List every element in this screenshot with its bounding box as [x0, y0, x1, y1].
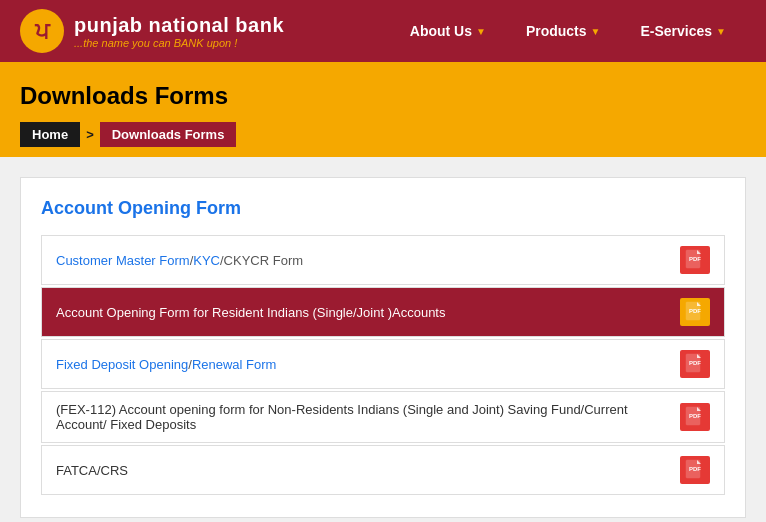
- form-row-active: Account Opening Form for Resident Indian…: [41, 287, 725, 337]
- form-label: Customer Master Form/KYC/CKYCR Form: [56, 253, 680, 268]
- breadcrumb-current[interactable]: Downloads Forms: [100, 122, 237, 147]
- chevron-down-icon: ▼: [476, 26, 486, 37]
- form-label: Fixed Deposit Opening/Renewal Form: [56, 357, 680, 372]
- svg-text:ਪ: ਪ: [34, 19, 51, 44]
- bank-name: punjab national bank: [74, 14, 284, 37]
- form-label: (FEX-112) Account opening form for Non-R…: [56, 402, 680, 432]
- form-row: (FEX-112) Account opening form for Non-R…: [41, 391, 725, 443]
- yellow-banner: Downloads Forms Home > Downloads Forms: [0, 62, 766, 157]
- breadcrumb-separator: >: [80, 122, 100, 147]
- pdf-download-icon[interactable]: PDF: [680, 246, 710, 274]
- svg-text:PDF: PDF: [689, 308, 701, 314]
- form-link[interactable]: Fixed Deposit Opening: [56, 357, 188, 372]
- nav-products[interactable]: Products ▼: [506, 0, 621, 62]
- form-link[interactable]: Renewal Form: [192, 357, 277, 372]
- form-row: FATCA/CRS PDF: [41, 445, 725, 495]
- form-link[interactable]: Customer Master Form: [56, 253, 190, 268]
- nav-eservices[interactable]: E-Services ▼: [620, 0, 746, 62]
- breadcrumb: Home > Downloads Forms: [20, 122, 746, 147]
- logo-area: ਪ punjab national bank ...the name you c…: [20, 9, 284, 53]
- nav-about-us[interactable]: About Us ▼: [390, 0, 506, 62]
- bank-logo-icon: ਪ: [20, 9, 64, 53]
- chevron-down-icon: ▼: [716, 26, 726, 37]
- svg-text:PDF: PDF: [689, 360, 701, 366]
- main-content: Account Opening Form Customer Master For…: [0, 157, 766, 522]
- pdf-download-icon[interactable]: PDF: [680, 350, 710, 378]
- section-title: Account Opening Form: [41, 198, 725, 219]
- logo-text: punjab national bank ...the name you can…: [74, 14, 284, 49]
- svg-text:PDF: PDF: [689, 466, 701, 472]
- form-label: FATCA/CRS: [56, 463, 680, 478]
- form-row: Fixed Deposit Opening/Renewal Form PDF: [41, 339, 725, 389]
- pdf-download-icon[interactable]: PDF: [680, 456, 710, 484]
- breadcrumb-home[interactable]: Home: [20, 122, 80, 147]
- chevron-down-icon: ▼: [591, 26, 601, 37]
- form-row: Customer Master Form/KYC/CKYCR Form PDF: [41, 235, 725, 285]
- svg-text:PDF: PDF: [689, 413, 701, 419]
- bank-tagline: ...the name you can BANK upon !: [74, 37, 284, 49]
- forms-card: Account Opening Form Customer Master For…: [20, 177, 746, 518]
- page-title: Downloads Forms: [20, 82, 746, 110]
- pdf-download-icon[interactable]: PDF: [680, 298, 710, 326]
- pdf-download-icon[interactable]: PDF: [680, 403, 710, 431]
- svg-text:PDF: PDF: [689, 256, 701, 262]
- form-label-active: Account Opening Form for Resident Indian…: [56, 305, 680, 320]
- header: ਪ punjab national bank ...the name you c…: [0, 0, 766, 62]
- form-link[interactable]: KYC: [193, 253, 220, 268]
- nav-menu: About Us ▼ Products ▼ E-Services ▼: [390, 0, 746, 62]
